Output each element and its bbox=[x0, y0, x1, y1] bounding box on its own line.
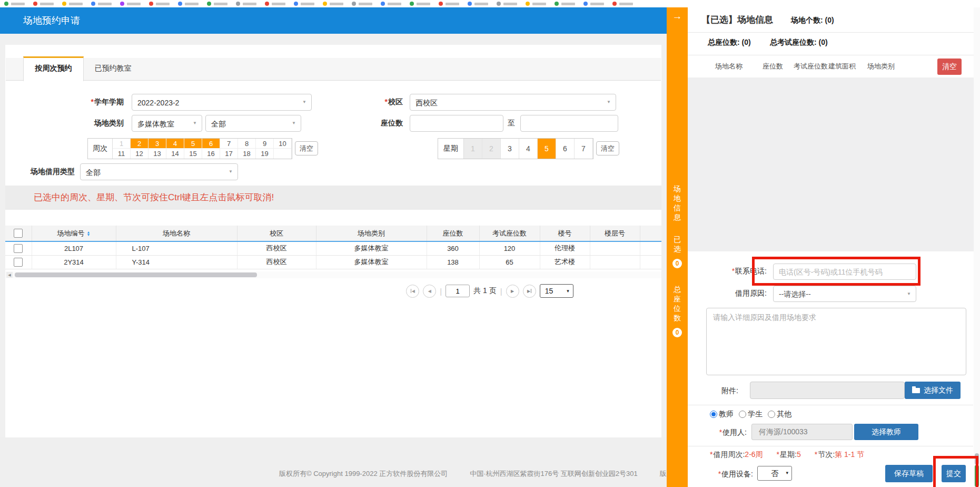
week-cell-2[interactable]: 2 bbox=[131, 139, 149, 149]
bookmark-favicon-icon bbox=[178, 2, 182, 6]
bookmark-item[interactable] bbox=[352, 2, 372, 6]
venue-subtype-select[interactable]: 全部 ▼ bbox=[205, 115, 301, 132]
week-cell-16[interactable]: 16 bbox=[202, 149, 220, 159]
vertical-scrollbar[interactable] bbox=[974, 7, 980, 487]
bookmark-favicon-icon bbox=[265, 2, 269, 6]
attachment-input[interactable] bbox=[750, 382, 905, 399]
week-cell-10[interactable]: 10 bbox=[274, 139, 292, 149]
reason-select[interactable]: --请选择-- ▼ bbox=[773, 286, 916, 302]
prev-page-button[interactable]: ◀ bbox=[423, 285, 436, 298]
week-cell-6[interactable]: 6 bbox=[202, 139, 220, 149]
next-page-button[interactable]: ▶ bbox=[506, 285, 519, 298]
bookmark-item[interactable] bbox=[612, 2, 633, 6]
campus-select[interactable]: 西校区 ▼ bbox=[410, 94, 616, 111]
bookmark-item[interactable] bbox=[294, 2, 314, 6]
term-select[interactable]: 2022-2023-2 ▼ bbox=[132, 94, 312, 111]
week-cell-17[interactable]: 17 bbox=[220, 149, 238, 159]
row-checkbox[interactable] bbox=[14, 258, 23, 267]
week-cell-3[interactable]: 3 bbox=[149, 139, 166, 149]
week-cell-14[interactable]: 14 bbox=[166, 149, 184, 159]
week-cell-8[interactable]: 8 bbox=[238, 139, 256, 149]
week-cell-18[interactable]: 18 bbox=[238, 149, 256, 159]
radio-option-1[interactable]: 学生 bbox=[739, 410, 763, 419]
radio-icon bbox=[710, 411, 717, 418]
clear-selected-button[interactable]: 清空 bbox=[937, 59, 962, 75]
week-cell-4[interactable]: 4 bbox=[166, 139, 184, 149]
row-checkbox[interactable] bbox=[14, 244, 23, 253]
horizontal-scrollbar[interactable]: ◀ bbox=[5, 271, 661, 278]
tab-reserved-rooms[interactable]: 已预约教室 bbox=[83, 58, 143, 79]
bookmark-item[interactable] bbox=[555, 2, 575, 6]
choose-file-button[interactable]: 选择文件 bbox=[905, 382, 961, 399]
weekday-cell-3[interactable]: 3 bbox=[501, 139, 519, 159]
bookmark-item[interactable] bbox=[62, 2, 83, 6]
bookmark-item[interactable] bbox=[91, 2, 112, 6]
bookmark-item[interactable] bbox=[4, 2, 25, 6]
sort-arrows-icon[interactable]: ▲▼ bbox=[87, 231, 91, 236]
seats-max-input[interactable] bbox=[520, 115, 618, 132]
weekday-cell-5[interactable]: 5 bbox=[538, 139, 556, 159]
bookmark-item[interactable] bbox=[265, 2, 285, 6]
bookmark-item[interactable] bbox=[149, 2, 170, 6]
column-header-7: 楼层号 bbox=[590, 226, 640, 241]
borrow-type-select[interactable]: 全部 ▼ bbox=[80, 163, 238, 180]
week-cell-11[interactable]: 11 bbox=[113, 149, 131, 159]
week-cell-12[interactable]: 12 bbox=[131, 149, 149, 159]
radio-option-2[interactable]: 其他 bbox=[768, 410, 791, 419]
select-all-checkbox[interactable] bbox=[14, 229, 23, 238]
bookmark-item[interactable] bbox=[120, 2, 141, 6]
first-page-button[interactable]: ◀ bbox=[406, 285, 419, 298]
vertical-scroll-thumb[interactable] bbox=[975, 453, 979, 465]
last-page-button[interactable]: ▶ bbox=[523, 285, 536, 298]
column-header-0[interactable]: 场地编号▲▼ bbox=[32, 226, 116, 241]
bookmark-item[interactable] bbox=[381, 2, 401, 6]
week-cell-9[interactable]: 9 bbox=[256, 139, 274, 149]
chevron-down-icon: ▼ bbox=[229, 164, 233, 180]
campus-label: *校区 bbox=[337, 98, 403, 107]
required-mark: * bbox=[777, 450, 779, 459]
bookmark-item[interactable] bbox=[583, 2, 604, 6]
collapse-arrow-icon[interactable]: → bbox=[667, 11, 688, 22]
detail-textarea[interactable] bbox=[706, 308, 966, 375]
summary-item-0: *借用周次:2-6周 bbox=[710, 450, 763, 460]
venue-type-select[interactable]: 多媒体教室 ▼ bbox=[132, 115, 202, 132]
tab-by-week[interactable]: 按周次预约 bbox=[23, 56, 84, 81]
bookmark-item[interactable] bbox=[439, 2, 459, 6]
week-cell-5[interactable]: 5 bbox=[184, 139, 202, 149]
week-cell-19[interactable]: 19 bbox=[256, 149, 274, 159]
bookmark-item[interactable] bbox=[468, 2, 488, 6]
device-select[interactable]: 否 ▾ bbox=[757, 466, 792, 481]
week-cell-7[interactable]: 7 bbox=[220, 139, 238, 149]
scroll-left-icon[interactable]: ◀ bbox=[6, 272, 13, 278]
bookmark-item[interactable] bbox=[497, 2, 517, 6]
choose-teacher-button[interactable]: 选择教师 bbox=[854, 424, 918, 440]
save-draft-button[interactable]: 保存草稿 bbox=[885, 465, 933, 482]
bookmark-item[interactable] bbox=[178, 2, 199, 6]
venue-type-value: 多媒体教室 bbox=[137, 120, 174, 128]
week-cell-13[interactable]: 13 bbox=[149, 149, 166, 159]
cell-场地名称: Y-314 bbox=[116, 255, 237, 269]
bookmark-label-placeholder bbox=[446, 3, 459, 5]
submit-button[interactable]: 提交 bbox=[942, 465, 966, 482]
week-cell-15[interactable]: 15 bbox=[184, 149, 202, 159]
chevron-down-icon: ▾ bbox=[786, 466, 788, 480]
page-number-input[interactable] bbox=[446, 285, 470, 297]
page-size-select[interactable]: 15 ▾ bbox=[540, 284, 573, 298]
cell-场地类别: 多媒体教室 bbox=[316, 255, 427, 269]
bookmark-item[interactable] bbox=[33, 2, 54, 6]
column-header-6: 楼号 bbox=[540, 226, 590, 241]
bookmark-item[interactable] bbox=[236, 2, 256, 6]
weeks-clear-button[interactable]: 清空 bbox=[295, 141, 318, 155]
weekday-cell-6[interactable]: 6 bbox=[556, 139, 575, 159]
weekday-clear-button[interactable]: 清空 bbox=[596, 141, 619, 155]
bookmark-item[interactable] bbox=[323, 2, 343, 6]
bookmark-item[interactable] bbox=[410, 2, 430, 6]
radio-option-0[interactable]: 教师 bbox=[710, 410, 734, 419]
phone-input[interactable] bbox=[773, 264, 916, 280]
seats-min-input[interactable] bbox=[410, 115, 503, 132]
bookmark-item[interactable] bbox=[207, 2, 227, 6]
weekday-cell-7[interactable]: 7 bbox=[575, 139, 593, 159]
bookmark-item[interactable] bbox=[526, 2, 546, 6]
horizontal-scroll-thumb[interactable] bbox=[15, 272, 257, 277]
weekday-cell-4[interactable]: 4 bbox=[519, 139, 538, 159]
